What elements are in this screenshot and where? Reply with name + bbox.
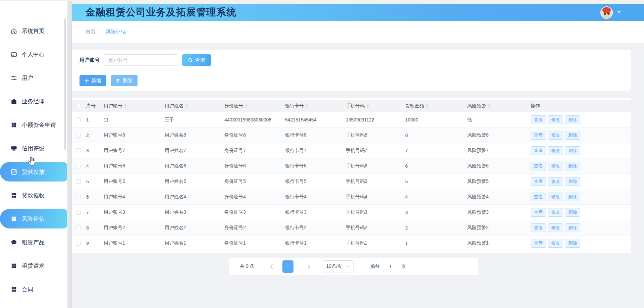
grid-icon	[11, 122, 17, 128]
row-checkbox[interactable]	[76, 164, 81, 168]
edit-row-button[interactable]: 修改	[548, 162, 563, 170]
column-label: 操作	[531, 103, 540, 109]
column-header-2[interactable]: 用户姓名	[165, 103, 224, 109]
edit-row-button[interactable]: 修改	[548, 131, 563, 140]
sidebar-item-3[interactable]: 业务经理	[0, 90, 67, 113]
cell-bank_card: 542151545454	[285, 117, 346, 122]
sidebar-item-4[interactable]: 小额资金申请	[0, 113, 67, 137]
delete-row-button[interactable]: 删除	[565, 131, 580, 140]
edit-row-button[interactable]: 修改	[548, 208, 563, 217]
column-label: 手机号码	[346, 103, 365, 109]
search-button[interactable]: 查询	[182, 54, 211, 66]
delete-row-button[interactable]: 删除	[565, 146, 580, 155]
row-checkbox[interactable]	[76, 179, 81, 184]
column-label: 序号	[86, 103, 96, 109]
view-row-button[interactable]: 查看	[531, 131, 546, 140]
caret-down-icon[interactable]	[617, 11, 621, 14]
column-header-4[interactable]: 银行卡号	[285, 103, 346, 109]
sidebar-item-2[interactable]: 用户	[0, 66, 67, 90]
delete-row-button[interactable]: 删除	[565, 162, 580, 170]
column-header-7[interactable]: 风险预警	[467, 103, 531, 109]
view-row-button[interactable]: 查看	[531, 162, 546, 170]
column-header-1[interactable]: 用户账号	[104, 103, 165, 109]
sort-icon[interactable]	[124, 104, 127, 108]
sidebar-item-8[interactable]: 风险评估	[0, 209, 67, 228]
row-checkbox[interactable]	[76, 148, 81, 153]
sidebar-item-7[interactable]: 贷款催收	[0, 184, 67, 207]
user-menu[interactable]	[600, 6, 631, 19]
edit-row-button[interactable]: 修改	[548, 146, 563, 155]
cell-amount: 3	[405, 210, 467, 215]
delete-row-button[interactable]: 删除	[565, 223, 580, 232]
sidebar-gap	[67, 1, 72, 308]
row-checkbox[interactable]	[76, 225, 81, 230]
delete-row-button[interactable]: 删除	[565, 208, 580, 217]
cell-id_number: 身份证号1	[224, 240, 285, 246]
row-checkbox[interactable]	[76, 241, 81, 246]
cell-risk: 风险预警8	[467, 132, 531, 138]
page-size-select[interactable]: 10条/页	[323, 260, 354, 272]
delete-button[interactable]: 删除	[111, 75, 138, 86]
column-header-3[interactable]: 身份证号	[224, 103, 285, 109]
breadcrumb-home[interactable]: 首页	[86, 29, 96, 35]
sidebar-item-9[interactable]: 租赁产品	[0, 230, 67, 254]
cell-name: 用户姓名4	[165, 194, 224, 200]
edit-row-button[interactable]: 修改	[548, 193, 563, 201]
sidebar-item-11[interactable]: 合同	[0, 277, 67, 301]
column-header-0: 序号	[86, 103, 104, 109]
sort-icon[interactable]	[306, 104, 309, 108]
add-button[interactable]: 新增	[79, 75, 106, 86]
add-button-label: 新增	[91, 78, 101, 84]
view-row-button[interactable]: 查看	[531, 146, 546, 155]
sidebar-item-label: 用户	[22, 74, 33, 82]
top-divider	[0, 0, 644, 1]
delete-row-button[interactable]: 删除	[565, 115, 580, 124]
page-number-button[interactable]: 1	[282, 260, 293, 273]
cell-risk: 风险预警6	[467, 163, 531, 169]
select-all-checkbox[interactable]	[76, 104, 81, 108]
sidebar-scrollbar[interactable]	[64, 18, 66, 150]
sort-icon[interactable]	[488, 104, 491, 108]
view-row-button[interactable]: 查看	[531, 115, 546, 124]
sidebar-item-5[interactable]: 信用评级	[0, 137, 67, 160]
user-avatar[interactable]	[600, 6, 613, 19]
sort-icon[interactable]	[245, 104, 248, 108]
delete-row-button[interactable]: 删除	[565, 239, 580, 248]
view-row-button[interactable]: 查看	[531, 193, 546, 201]
sort-icon[interactable]	[185, 104, 188, 108]
sort-icon[interactable]	[426, 104, 429, 108]
account-search-input[interactable]	[104, 54, 178, 66]
row-checkbox[interactable]	[76, 210, 81, 215]
goto-page-input[interactable]	[383, 261, 398, 272]
sidebar-item-10[interactable]: 租赁请求	[0, 254, 67, 277]
goto-suffix: 页	[401, 263, 406, 269]
delete-row-button[interactable]: 删除	[565, 193, 580, 201]
delete-button-label: 删除	[122, 78, 132, 84]
row-checkbox[interactable]	[76, 133, 81, 138]
chevron-right-icon	[308, 264, 311, 269]
cell-name: 用户姓名7	[165, 148, 224, 154]
edit-row-button[interactable]: 修改	[548, 223, 563, 232]
sidebar-item-1[interactable]: 个人中心	[0, 43, 67, 66]
sliders-icon	[11, 75, 17, 81]
view-row-button[interactable]: 查看	[531, 239, 546, 248]
cell-account: 用户账号6	[104, 163, 165, 169]
view-row-button[interactable]: 查看	[531, 208, 546, 217]
sort-icon[interactable]	[366, 104, 369, 108]
edit-row-button[interactable]: 修改	[548, 177, 563, 186]
column-header-6[interactable]: 货款金额	[405, 103, 467, 109]
prev-page-button[interactable]	[270, 264, 273, 269]
next-page-button[interactable]	[308, 264, 311, 269]
sidebar-item-0[interactable]: 系统首页	[0, 19, 67, 43]
cell-phone: 13509091122	[346, 117, 405, 122]
delete-row-button[interactable]: 删除	[565, 177, 580, 186]
view-row-button[interactable]: 查看	[531, 223, 546, 232]
row-checkbox[interactable]	[76, 195, 81, 199]
cell-phone: 手机号码5	[346, 178, 405, 185]
row-checkbox[interactable]	[76, 117, 81, 122]
view-row-button[interactable]: 查看	[531, 177, 546, 186]
edit-row-button[interactable]: 修改	[548, 239, 563, 248]
sidebar-item-6[interactable]: 贷款发放	[0, 162, 67, 182]
edit-row-button[interactable]: 修改	[548, 115, 563, 124]
column-header-5[interactable]: 手机号码	[346, 103, 405, 109]
